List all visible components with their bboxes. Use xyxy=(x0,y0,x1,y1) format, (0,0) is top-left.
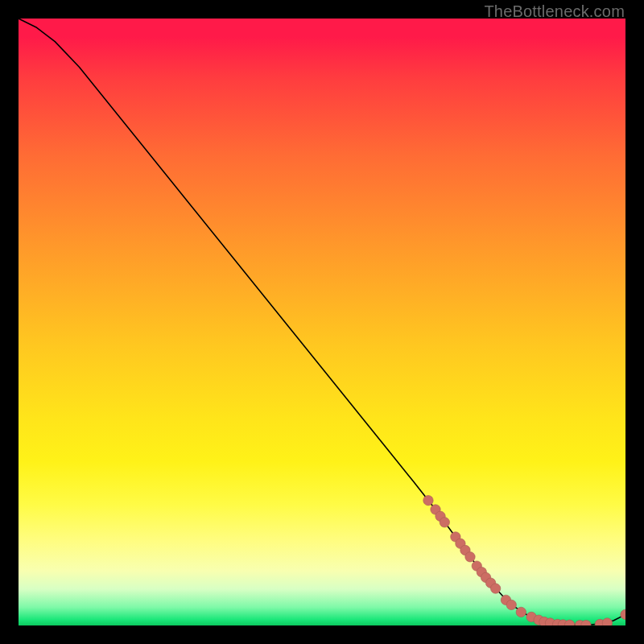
curve-marker xyxy=(423,495,433,505)
curve-marker xyxy=(602,618,612,625)
curve-marker xyxy=(506,600,516,609)
chart-overlay-svg xyxy=(19,19,625,625)
curve-markers xyxy=(423,495,625,625)
curve-marker xyxy=(516,607,526,617)
bottleneck-curve xyxy=(19,19,625,625)
watermark-text: TheBottleneck.com xyxy=(484,2,625,21)
chart-canvas: TheBottleneck.com xyxy=(0,0,644,644)
curve-marker xyxy=(465,552,475,562)
curve-marker xyxy=(440,518,449,527)
plot-area xyxy=(19,19,625,625)
curve-marker xyxy=(490,584,500,593)
curve-marker xyxy=(621,609,625,619)
